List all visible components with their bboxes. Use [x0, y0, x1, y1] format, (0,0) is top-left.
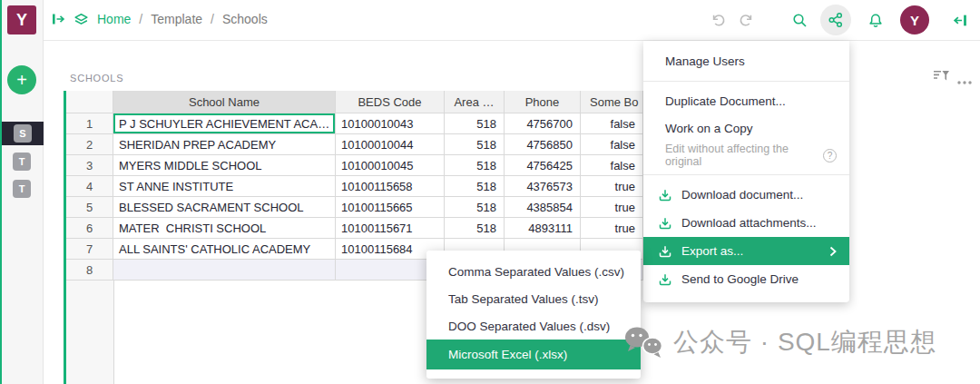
- submenu-item-tsv[interactable]: Tab Separated Values (.tsv): [426, 285, 641, 312]
- grid-cell[interactable]: MYERS MIDDLE SCHOOL: [113, 155, 336, 176]
- download-icon: [658, 244, 672, 259]
- menu-item-send-to-google-drive[interactable]: Send to Google Drive: [643, 265, 849, 293]
- help-icon[interactable]: ?: [823, 149, 837, 162]
- grid-cell[interactable]: 518: [445, 134, 505, 155]
- breadcrumb-home[interactable]: Home: [97, 12, 131, 26]
- grid-cell[interactable]: 518: [445, 218, 505, 239]
- grid-cell[interactable]: BLESSED SACRAMENT SCHOOL: [113, 197, 336, 218]
- grid-cell[interactable]: 10100115658: [336, 176, 445, 197]
- grid-cell[interactable]: 4756700: [505, 113, 581, 134]
- grid-cell[interactable]: 10100010045: [336, 155, 445, 176]
- more-options-icon[interactable]: [956, 73, 973, 89]
- menu-item-download-document[interactable]: Download document...: [643, 181, 849, 209]
- download-icon: [658, 216, 672, 231]
- page-tile-t1[interactable]: T: [13, 153, 31, 171]
- grid-cell[interactable]: true: [581, 197, 643, 218]
- breadcrumb-separator: /: [139, 12, 142, 26]
- grid-cell[interactable]: 4385854: [505, 197, 581, 218]
- page-tile-t2[interactable]: T: [13, 180, 31, 198]
- grid-cell[interactable]: 4376573: [505, 176, 581, 197]
- submenu-item-csv[interactable]: Comma Separated Values (.csv): [426, 258, 641, 285]
- grid-cell[interactable]: 4756850: [505, 134, 581, 155]
- breadcrumb-template[interactable]: Template: [151, 12, 202, 26]
- column-header-beds-code[interactable]: BEDS Code: [336, 91, 445, 113]
- table-row: 6 MATER CHRISTI SCHOOL 10100115671 518 4…: [66, 218, 643, 239]
- row-number[interactable]: 1: [66, 113, 113, 134]
- table-row: 1 P J SCHUYLER ACHIEVEMENT ACA… 10100010…: [66, 113, 643, 134]
- menu-item-label: Download attachments...: [681, 216, 817, 230]
- row-number[interactable]: 3: [66, 155, 113, 176]
- menu-item-download-attachments[interactable]: Download attachments...: [643, 209, 849, 237]
- grid-cell[interactable]: SHERIDAN PREP ACADEMY: [113, 134, 336, 155]
- row-number[interactable]: 6: [66, 218, 113, 239]
- grid-cell[interactable]: 4893111: [505, 218, 581, 239]
- row-number[interactable]: 5: [66, 197, 113, 218]
- table-row: 5 BLESSED SACRAMENT SCHOOL 10100115665 5…: [66, 197, 643, 218]
- search-icon[interactable]: [792, 13, 808, 32]
- table-row: 2 SHERIDAN PREP ACADEMY 10100010044 518 …: [66, 134, 643, 155]
- grid-cell[interactable]: false: [581, 155, 643, 176]
- grid-cell[interactable]: true: [581, 176, 643, 197]
- export-format-submenu: Comma Separated Values (.csv) Tab Separa…: [426, 251, 641, 379]
- column-header-some-bool[interactable]: Some Bo: [581, 91, 643, 113]
- submenu-item-dsv[interactable]: DOO Separated Values (.dsv): [426, 312, 641, 340]
- grid-cell[interactable]: false: [581, 134, 643, 155]
- grid-cell[interactable]: 10100115671: [336, 218, 445, 239]
- grid-cell[interactable]: 518: [445, 176, 505, 197]
- grid-cell[interactable]: ST ANNE INSTITUTE: [113, 176, 336, 197]
- open-left-panel-icon[interactable]: [51, 12, 65, 26]
- breadcrumb-separator: /: [211, 12, 214, 26]
- menu-item-label: Edit without affecting the original: [665, 143, 816, 168]
- submenu-item-xlsx[interactable]: Microsoft Excel (.xlsx): [426, 340, 641, 369]
- grid-cell[interactable]: 518: [445, 155, 505, 176]
- menu-item-duplicate-document[interactable]: Duplicate Document...: [643, 87, 849, 114]
- add-new-button[interactable]: +: [7, 65, 36, 94]
- grid-cell[interactable]: 518: [445, 113, 505, 134]
- column-header-phone[interactable]: Phone: [505, 91, 581, 113]
- page-item-s-selected[interactable]: S: [2, 122, 44, 145]
- watermark: 公众号 · SQL编程思想: [622, 324, 936, 360]
- collapse-right-panel-icon[interactable]: [953, 13, 968, 32]
- app-window: Y + S T T Home / Template / Schools Y: [0, 0, 980, 384]
- row-number[interactable]: 4: [66, 176, 113, 197]
- document-layers-icon: [74, 13, 89, 26]
- selected-cell[interactable]: P J SCHUYLER ACHIEVEMENT ACA…: [113, 113, 336, 134]
- row-number[interactable]: 7: [66, 239, 113, 260]
- grid-header-row: School Name BEDS Code Area … Phone Some …: [66, 91, 643, 113]
- left-sidebar: Y + S T T: [0, 0, 44, 384]
- section-title: SCHOOLS: [70, 73, 123, 84]
- menu-item-edit-without-affecting-original: Edit without affecting the original ?: [643, 142, 849, 169]
- grid-cell[interactable]: 10100010044: [336, 134, 445, 155]
- user-avatar[interactable]: Y: [900, 5, 929, 34]
- redo-icon[interactable]: [738, 13, 754, 32]
- grid-cell[interactable]: ALL SAINTS' CATHOLIC ACADEMY: [113, 239, 336, 260]
- grid-cell[interactable]: MATER CHRISTI SCHOOL: [113, 218, 336, 239]
- menu-item-label: Download document...: [681, 188, 803, 202]
- sort-filter-icon[interactable]: [933, 69, 950, 86]
- grid-cell[interactable]: 10100115665: [336, 197, 445, 218]
- grid-cell[interactable]: 4756425: [505, 155, 581, 176]
- row-number[interactable]: 2: [66, 134, 113, 155]
- column-header-school-name[interactable]: School Name: [113, 91, 336, 113]
- menu-item-work-on-copy[interactable]: Work on a Copy: [643, 114, 849, 142]
- grid-cell[interactable]: true: [581, 218, 643, 239]
- grid-cell[interactable]: 518: [445, 197, 505, 218]
- watermark-text: 公众号 · SQL编程思想: [673, 325, 936, 359]
- column-header-area[interactable]: Area …: [445, 91, 505, 113]
- grid-cell[interactable]: [113, 260, 336, 281]
- menu-item-export-as[interactable]: Export as...: [643, 237, 849, 265]
- org-logo[interactable]: Y: [7, 5, 36, 34]
- wechat-icon: [622, 324, 664, 360]
- grid-cell[interactable]: false: [581, 113, 643, 134]
- share-icon[interactable]: [820, 5, 851, 35]
- row-number-header[interactable]: [66, 91, 113, 113]
- grid-cell[interactable]: 10100010043: [336, 113, 445, 134]
- page-tile-s[interactable]: S: [14, 124, 32, 143]
- breadcrumb-schools[interactable]: Schools: [222, 12, 268, 26]
- menu-item-manage-users[interactable]: Manage Users: [643, 46, 849, 75]
- menu-divider: [643, 174, 849, 175]
- undo-icon[interactable]: [710, 13, 727, 32]
- row-number[interactable]: 8: [66, 260, 113, 281]
- breadcrumb: Home / Template / Schools: [51, 12, 268, 26]
- notifications-bell-icon[interactable]: [867, 13, 884, 33]
